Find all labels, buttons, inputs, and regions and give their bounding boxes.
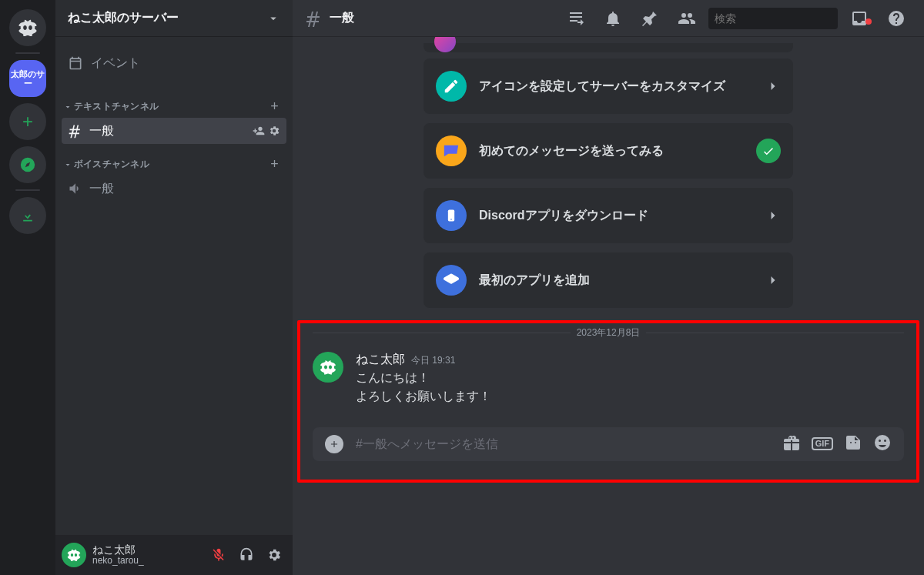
main-area: 一般 アイコンを設定してサーバーをカスタマイズ 初めてのメッセージを送ってみる xyxy=(293,0,924,575)
message-text-line: よろしくお願いします！ xyxy=(356,388,491,405)
message-composer[interactable]: GIF xyxy=(313,427,904,461)
events-label: イベント xyxy=(91,55,140,72)
message-author[interactable]: ねこ太郎 xyxy=(356,352,405,368)
sticker-button[interactable] xyxy=(844,433,862,455)
onboarding-card[interactable]: 初めてのメッセージを送ってみる xyxy=(424,123,793,179)
onboarding-text: アイコンを設定してサーバーをカスタマイズ xyxy=(479,79,753,95)
composer-input[interactable] xyxy=(356,437,770,451)
calendar-icon xyxy=(68,55,83,71)
chevron-down-icon xyxy=(63,160,72,169)
onboarding-text: 最初のアプリを追加 xyxy=(479,272,753,289)
events-item[interactable]: イベント xyxy=(62,46,286,80)
members-button[interactable] xyxy=(671,9,702,28)
svg-point-1 xyxy=(450,219,452,220)
user-name-block[interactable]: ねこ太郎 neko_tarou_ xyxy=(92,544,200,567)
speaker-icon xyxy=(68,181,83,196)
channels-scroll: イベント テキストチャンネル + 一般 ボイスチャンネル + 一般 xyxy=(55,37,293,535)
hash-icon xyxy=(68,123,83,139)
composer-area: GIF xyxy=(300,409,916,476)
onboarding-icon xyxy=(436,71,467,102)
server-avatar[interactable]: 太郎のサー xyxy=(9,60,46,97)
explore-button[interactable] xyxy=(9,146,46,183)
search-input[interactable] xyxy=(715,12,849,25)
emoji-button[interactable] xyxy=(873,433,892,455)
chat-message[interactable]: ねこ太郎 今日 19:31 こんにちは！ よろしくお願いします！ xyxy=(300,349,916,409)
server-header[interactable]: ねこ太郎のサーバー xyxy=(55,0,293,37)
message-timestamp: 今日 19:31 xyxy=(411,354,455,367)
deafen-button[interactable] xyxy=(234,543,259,567)
chevron-down-icon xyxy=(266,12,280,25)
text-category-label: テキストチャンネル xyxy=(74,100,159,113)
mute-button[interactable] xyxy=(206,543,231,567)
server-name: ねこ太郎のサーバー xyxy=(68,10,179,26)
user-avatar[interactable] xyxy=(62,543,86,567)
onboarding-icon xyxy=(436,200,467,231)
channels-sidebar: ねこ太郎のサーバー イベント テキストチャンネル + 一般 ボイスチャンネル +… xyxy=(55,0,293,575)
voice-category-label: ボイスチャンネル xyxy=(74,158,149,171)
done-badge xyxy=(756,139,781,163)
date-divider: 2023年12月8日 xyxy=(313,326,904,339)
highlight-annotation: 2023年12月8日 ねこ太郎 今日 19:31 こんにちは！ よろしくお願いし… xyxy=(297,320,919,483)
guild-separator xyxy=(15,52,40,54)
search-box[interactable] xyxy=(708,8,838,29)
onboarding-card[interactable]: 最初のアプリを追加 xyxy=(424,252,793,308)
guild-separator xyxy=(15,189,40,191)
voice-channel-item[interactable]: 一般 xyxy=(62,176,286,202)
channel-name: 一般 xyxy=(89,123,246,139)
channel-name: 一般 xyxy=(89,181,280,197)
gear-icon[interactable] xyxy=(268,125,280,137)
onboarding-card-partial[interactable] xyxy=(424,43,793,52)
pinned-button[interactable] xyxy=(634,9,665,28)
chevron-right-icon xyxy=(765,208,781,223)
onboarding-card[interactable]: アイコンを設定してサーバーをカスタマイズ xyxy=(424,59,793,114)
channel-title: 一般 xyxy=(330,10,354,26)
message-text-line: こんにちは！ xyxy=(356,369,491,386)
add-server-button[interactable]: + xyxy=(9,103,46,140)
chat-body: アイコンを設定してサーバーをカスタマイズ 初めてのメッセージを送ってみる Dis… xyxy=(293,37,924,575)
onboarding-icon xyxy=(436,265,467,296)
attach-button[interactable] xyxy=(325,435,343,453)
user-panel: ねこ太郎 neko_tarou_ xyxy=(55,535,293,575)
settings-button[interactable] xyxy=(262,543,286,567)
invite-icon[interactable] xyxy=(253,125,265,137)
chat-header: 一般 xyxy=(293,0,924,37)
onboarding-icon xyxy=(436,135,467,166)
onboarding-text: Discordアプリをダウンロード xyxy=(479,208,753,224)
add-voice-channel-button[interactable]: + xyxy=(270,156,283,172)
text-category-header[interactable]: テキストチャンネル + xyxy=(62,86,286,118)
hash-icon xyxy=(305,9,323,28)
user-display-name: ねこ太郎 xyxy=(92,544,200,556)
download-app-button[interactable] xyxy=(9,197,46,234)
username-tag: neko_tarou_ xyxy=(92,556,200,566)
onboarding-text: 初めてのメッセージを送ってみる xyxy=(479,143,744,159)
onboarding-card[interactable]: Discordアプリをダウンロード xyxy=(424,188,793,243)
text-channel-item[interactable]: 一般 xyxy=(62,118,286,144)
chevron-down-icon xyxy=(63,102,72,112)
add-text-channel-button[interactable]: + xyxy=(270,99,283,115)
help-button[interactable] xyxy=(881,9,912,28)
chevron-right-icon xyxy=(765,272,781,288)
gif-button[interactable]: GIF xyxy=(812,437,833,450)
home-button[interactable] xyxy=(9,9,46,46)
onboarding-area: アイコンを設定してサーバーをカスタマイズ 初めてのメッセージを送ってみる Dis… xyxy=(293,37,924,320)
voice-category-header[interactable]: ボイスチャンネル + xyxy=(62,144,286,176)
message-avatar[interactable] xyxy=(313,352,343,383)
chevron-right-icon xyxy=(765,79,781,94)
inbox-button[interactable] xyxy=(844,9,875,28)
guilds-bar: 太郎のサー + xyxy=(0,0,55,575)
inbox-badge xyxy=(865,18,872,25)
gift-button[interactable] xyxy=(782,433,801,455)
threads-button[interactable] xyxy=(561,9,591,28)
notifications-button[interactable] xyxy=(598,9,628,28)
